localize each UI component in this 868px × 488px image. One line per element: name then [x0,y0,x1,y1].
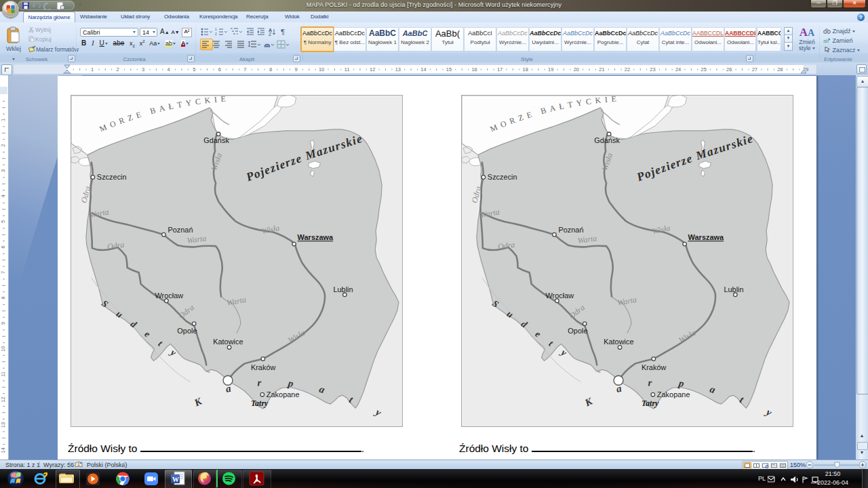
svg-text:3: 3 [142,66,144,73]
svg-text:1: 1 [91,66,94,73]
svg-text:Z: Z [269,32,272,37]
svg-text:9: 9 [0,322,6,325]
svg-text:1: 1 [0,119,6,121]
svg-text:14: 14 [420,66,426,73]
svg-text:8: 8 [269,66,272,73]
svg-text:11: 11 [0,371,6,377]
svg-text:20: 20 [574,66,579,73]
svg-text:19: 19 [548,66,553,73]
svg-text:14: 14 [0,447,6,453]
svg-text:9: 9 [294,66,297,73]
svg-text:7: 7 [243,66,246,73]
svg-text:W: W [172,476,179,483]
svg-text:22: 22 [625,66,630,73]
svg-text:26: 26 [726,66,732,73]
svg-text:4: 4 [0,195,6,197]
svg-text:1: 1 [215,27,217,31]
svg-text:2: 2 [0,144,6,146]
svg-text:2: 2 [116,66,119,73]
svg-text:2: 2 [215,32,217,36]
svg-text:7: 7 [0,271,6,274]
svg-text:6: 6 [0,245,6,248]
svg-text:27: 27 [752,66,757,73]
svg-text:5: 5 [0,220,6,223]
svg-text:5: 5 [193,66,195,73]
svg-text:12: 12 [370,66,375,73]
svg-text:17: 17 [497,66,502,73]
svg-text:8: 8 [0,296,6,299]
svg-text:21: 21 [599,66,604,73]
svg-text:10: 10 [319,66,324,73]
svg-text:23: 23 [650,66,655,73]
svg-text:ab: ab [823,39,829,43]
svg-text:11: 11 [344,66,350,73]
svg-text:¶: ¶ [281,28,285,36]
svg-text:13: 13 [0,422,6,428]
svg-text:3: 3 [0,169,6,172]
svg-text:6: 6 [218,66,221,73]
svg-text:25: 25 [701,66,707,73]
svg-text:10: 10 [0,346,6,351]
svg-text:13: 13 [395,66,401,73]
svg-text:16: 16 [471,66,477,73]
svg-text:24: 24 [675,66,681,73]
svg-text:15: 15 [446,66,452,73]
svg-text:4: 4 [167,66,170,73]
svg-text:12: 12 [0,396,6,402]
svg-text:18: 18 [523,66,528,73]
svg-text:28: 28 [777,66,783,73]
